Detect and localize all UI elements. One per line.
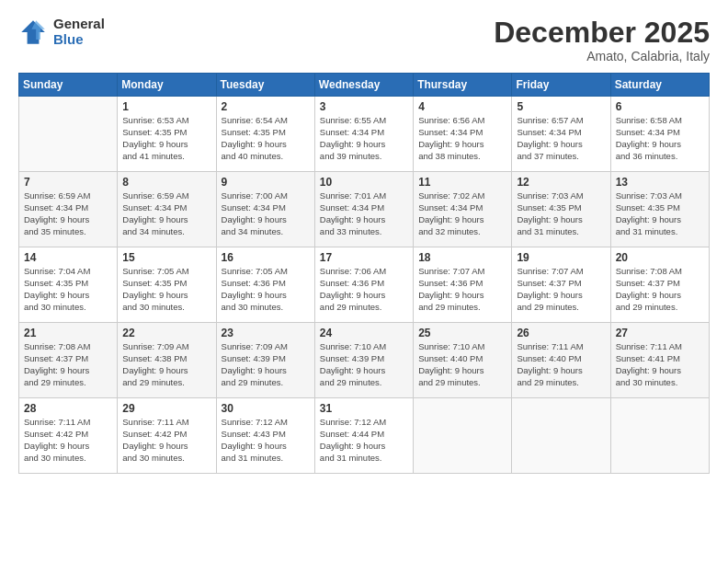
table-cell: 4Sunrise: 6:56 AM Sunset: 4:34 PM Daylig… [414, 97, 512, 172]
week-row-5: 28Sunrise: 7:11 AM Sunset: 4:42 PM Dayli… [19, 398, 710, 474]
table-cell: 12Sunrise: 7:03 AM Sunset: 4:35 PM Dayli… [512, 172, 610, 247]
day-info: Sunrise: 7:07 AM Sunset: 4:36 PM Dayligh… [418, 266, 506, 313]
table-cell: 27Sunrise: 7:11 AM Sunset: 4:41 PM Dayli… [610, 323, 709, 398]
col-thursday: Thursday [414, 74, 512, 97]
table-cell: 21Sunrise: 7:08 AM Sunset: 4:37 PM Dayli… [19, 323, 118, 398]
logo-blue-text: Blue [53, 32, 105, 48]
logo-general-text: General [53, 17, 105, 32]
day-info: Sunrise: 7:12 AM Sunset: 4:43 PM Dayligh… [222, 417, 310, 464]
day-info: Sunrise: 7:08 AM Sunset: 4:37 PM Dayligh… [24, 341, 112, 388]
day-number: 5 [517, 100, 605, 113]
day-info: Sunrise: 7:09 AM Sunset: 4:38 PM Dayligh… [122, 341, 210, 388]
table-cell: 1Sunrise: 6:53 AM Sunset: 4:35 PM Daylig… [118, 97, 216, 172]
table-cell: 3Sunrise: 6:55 AM Sunset: 4:34 PM Daylig… [314, 97, 413, 172]
day-info: Sunrise: 6:59 AM Sunset: 4:34 PM Dayligh… [24, 190, 112, 237]
day-number: 26 [517, 327, 605, 339]
month-title: December 2025 [494, 17, 710, 49]
calendar-header-row: Sunday Monday Tuesday Wednesday Thursday… [19, 74, 710, 97]
table-cell: 13Sunrise: 7:03 AM Sunset: 4:35 PM Dayli… [610, 172, 709, 247]
col-sunday: Sunday [19, 74, 118, 97]
table-cell: 15Sunrise: 7:05 AM Sunset: 4:35 PM Dayli… [118, 247, 216, 323]
title-block: December 2025 Amato, Calabria, Italy [494, 17, 710, 63]
day-number: 17 [320, 251, 408, 264]
day-info: Sunrise: 7:00 AM Sunset: 4:34 PM Dayligh… [222, 190, 310, 237]
day-number: 3 [320, 100, 408, 113]
day-number: 19 [517, 251, 605, 264]
day-number: 15 [122, 251, 210, 264]
day-info: Sunrise: 7:10 AM Sunset: 4:39 PM Dayligh… [320, 341, 408, 388]
day-number: 24 [320, 327, 408, 339]
day-info: Sunrise: 7:09 AM Sunset: 4:39 PM Dayligh… [222, 341, 310, 388]
day-info: Sunrise: 6:56 AM Sunset: 4:34 PM Dayligh… [418, 115, 506, 162]
day-number: 29 [122, 402, 210, 415]
table-cell: 29Sunrise: 7:11 AM Sunset: 4:42 PM Dayli… [118, 398, 216, 474]
day-number: 13 [616, 176, 704, 189]
day-info: Sunrise: 6:53 AM Sunset: 4:35 PM Dayligh… [122, 115, 210, 162]
table-cell: 6Sunrise: 6:58 AM Sunset: 4:34 PM Daylig… [610, 97, 709, 172]
table-cell [19, 97, 118, 172]
day-number: 28 [24, 402, 112, 415]
day-number: 23 [222, 327, 310, 339]
table-cell: 5Sunrise: 6:57 AM Sunset: 4:34 PM Daylig… [512, 97, 610, 172]
table-cell: 23Sunrise: 7:09 AM Sunset: 4:39 PM Dayli… [216, 323, 314, 398]
col-monday: Monday [118, 74, 216, 97]
day-number: 27 [616, 327, 704, 339]
day-number: 7 [24, 176, 112, 189]
logo: General Blue [18, 17, 105, 47]
header: General Blue December 2025 Amato, Calabr… [18, 17, 710, 63]
day-number: 11 [418, 176, 506, 189]
table-cell: 28Sunrise: 7:11 AM Sunset: 4:42 PM Dayli… [19, 398, 118, 474]
table-cell: 19Sunrise: 7:07 AM Sunset: 4:37 PM Dayli… [512, 247, 610, 323]
day-info: Sunrise: 6:57 AM Sunset: 4:34 PM Dayligh… [517, 115, 605, 162]
table-cell: 11Sunrise: 7:02 AM Sunset: 4:34 PM Dayli… [414, 172, 512, 247]
page: General Blue December 2025 Amato, Calabr… [0, 0, 728, 563]
day-info: Sunrise: 7:11 AM Sunset: 4:40 PM Dayligh… [517, 341, 605, 388]
day-number: 6 [616, 100, 704, 113]
table-cell: 7Sunrise: 6:59 AM Sunset: 4:34 PM Daylig… [19, 172, 118, 247]
table-cell: 16Sunrise: 7:05 AM Sunset: 4:36 PM Dayli… [216, 247, 314, 323]
table-cell: 20Sunrise: 7:08 AM Sunset: 4:37 PM Dayli… [610, 247, 709, 323]
day-info: Sunrise: 7:08 AM Sunset: 4:37 PM Dayligh… [616, 266, 704, 313]
day-number: 12 [517, 176, 605, 189]
day-number: 22 [122, 327, 210, 339]
week-row-2: 7Sunrise: 6:59 AM Sunset: 4:34 PM Daylig… [19, 172, 710, 247]
day-info: Sunrise: 7:05 AM Sunset: 4:35 PM Dayligh… [122, 266, 210, 313]
table-cell: 26Sunrise: 7:11 AM Sunset: 4:40 PM Dayli… [512, 323, 610, 398]
table-cell: 31Sunrise: 7:12 AM Sunset: 4:44 PM Dayli… [314, 398, 413, 474]
table-cell: 8Sunrise: 6:59 AM Sunset: 4:34 PM Daylig… [118, 172, 216, 247]
day-info: Sunrise: 7:11 AM Sunset: 4:41 PM Dayligh… [616, 341, 704, 388]
day-number: 18 [418, 251, 506, 264]
col-friday: Friday [512, 74, 610, 97]
day-info: Sunrise: 7:12 AM Sunset: 4:44 PM Dayligh… [320, 417, 408, 464]
col-tuesday: Tuesday [216, 74, 314, 97]
day-number: 8 [122, 176, 210, 189]
day-info: Sunrise: 7:06 AM Sunset: 4:36 PM Dayligh… [320, 266, 408, 313]
day-info: Sunrise: 7:02 AM Sunset: 4:34 PM Dayligh… [418, 190, 506, 237]
day-info: Sunrise: 6:54 AM Sunset: 4:35 PM Dayligh… [222, 115, 310, 162]
table-cell: 2Sunrise: 6:54 AM Sunset: 4:35 PM Daylig… [216, 97, 314, 172]
svg-marker-0 [21, 20, 45, 44]
day-info: Sunrise: 7:04 AM Sunset: 4:35 PM Dayligh… [24, 266, 112, 313]
table-cell: 18Sunrise: 7:07 AM Sunset: 4:36 PM Dayli… [414, 247, 512, 323]
day-number: 30 [222, 402, 310, 415]
table-cell [414, 398, 512, 474]
day-info: Sunrise: 6:55 AM Sunset: 4:34 PM Dayligh… [320, 115, 408, 162]
day-number: 20 [616, 251, 704, 264]
table-cell: 22Sunrise: 7:09 AM Sunset: 4:38 PM Dayli… [118, 323, 216, 398]
day-info: Sunrise: 7:10 AM Sunset: 4:40 PM Dayligh… [418, 341, 506, 388]
day-number: 4 [418, 100, 506, 113]
day-number: 25 [418, 327, 506, 339]
day-number: 21 [24, 327, 112, 339]
table-cell: 25Sunrise: 7:10 AM Sunset: 4:40 PM Dayli… [414, 323, 512, 398]
day-number: 14 [24, 251, 112, 264]
day-info: Sunrise: 7:07 AM Sunset: 4:37 PM Dayligh… [517, 266, 605, 313]
week-row-1: 1Sunrise: 6:53 AM Sunset: 4:35 PM Daylig… [19, 97, 710, 172]
table-cell: 14Sunrise: 7:04 AM Sunset: 4:35 PM Dayli… [19, 247, 118, 323]
table-cell [610, 398, 709, 474]
table-cell: 9Sunrise: 7:00 AM Sunset: 4:34 PM Daylig… [216, 172, 314, 247]
calendar-table: Sunday Monday Tuesday Wednesday Thursday… [18, 73, 710, 474]
day-info: Sunrise: 7:03 AM Sunset: 4:35 PM Dayligh… [517, 190, 605, 237]
table-cell: 17Sunrise: 7:06 AM Sunset: 4:36 PM Dayli… [314, 247, 413, 323]
day-info: Sunrise: 7:01 AM Sunset: 4:34 PM Dayligh… [320, 190, 408, 237]
table-cell: 10Sunrise: 7:01 AM Sunset: 4:34 PM Dayli… [314, 172, 413, 247]
